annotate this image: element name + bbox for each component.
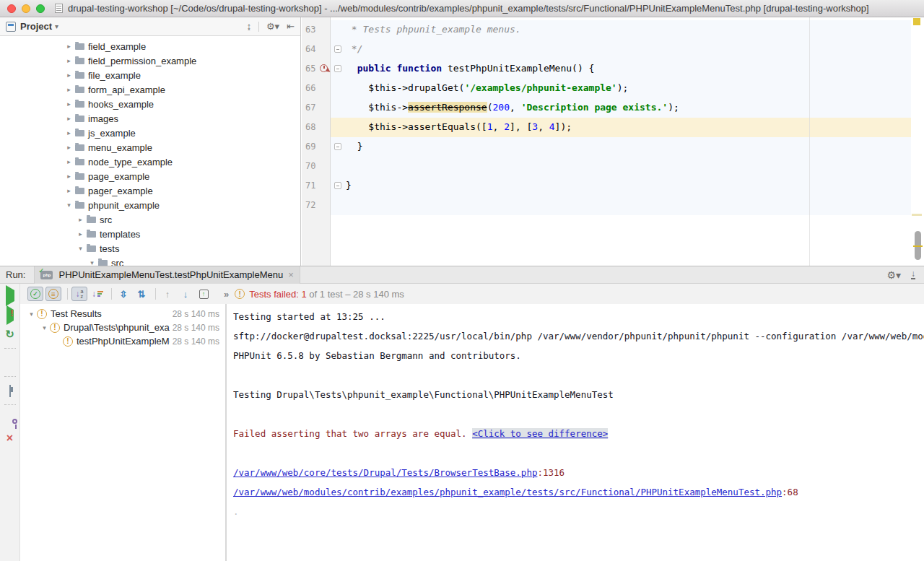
- project-tree-item-form_api_example[interactable]: ▸form_api_example: [0, 82, 300, 97]
- project-tree-item-tests[interactable]: ▾tests: [0, 241, 300, 256]
- pin-tab-button[interactable]: [3, 412, 17, 426]
- more-actions-icon[interactable]: »: [224, 289, 229, 300]
- code-line-71[interactable]: 71}: [302, 176, 911, 196]
- test-history-button[interactable]: ↑: [196, 287, 212, 301]
- locate-file-icon[interactable]: ↨: [246, 22, 251, 31]
- code-editor[interactable]: 63 * Tests phpunit_example menus.64 */65…: [302, 17, 924, 266]
- code-token: assertResponse: [408, 102, 487, 113]
- project-tree-item-js_example[interactable]: ▸js_example: [0, 126, 300, 140]
- error-stripe-warning-marker[interactable]: [913, 18, 920, 25]
- code-line-70[interactable]: 70: [302, 157, 911, 176]
- sort-by-duration-button[interactable]: ↓: [90, 287, 105, 301]
- console-hyperlink[interactable]: /var/www/web/modules/contrib/examples/ph…: [233, 487, 782, 497]
- editor-scrollbar-thumb[interactable]: [915, 231, 921, 260]
- project-tree-item-templates[interactable]: ▸templates: [0, 227, 300, 241]
- close-tab-icon[interactable]: ×: [288, 269, 294, 280]
- chevron-down-icon[interactable]: ▾: [65, 201, 73, 209]
- sort-duration-icon: ↓: [92, 289, 103, 299]
- chevron-right-icon[interactable]: ▸: [65, 173, 73, 180]
- project-tree-item-field_permission_example[interactable]: ▸field_permission_example: [0, 53, 300, 68]
- zoom-window-button[interactable]: [36, 4, 45, 13]
- project-tree-item-field_example[interactable]: ▸field_example: [0, 39, 300, 53]
- project-tree-item-page_example[interactable]: ▸page_example: [0, 169, 300, 183]
- minimize-window-button[interactable]: [22, 4, 30, 13]
- fold-marker-icon[interactable]: [334, 182, 341, 189]
- expand-all-button[interactable]: ⇳: [116, 287, 131, 301]
- next-failed-test-button[interactable]: ↓: [178, 287, 193, 301]
- rerun-failed-test-icon[interactable]: [320, 64, 328, 72]
- chevron-down-icon[interactable]: ▾: [88, 259, 96, 266]
- code-line-66[interactable]: 66 $this->drupalGet('/examples/phpunit-e…: [302, 79, 911, 98]
- chevron-down-icon[interactable]: ▾: [40, 324, 48, 331]
- rerun-button[interactable]: [3, 288, 17, 303]
- rerun-failed-tests-button[interactable]: !: [3, 308, 17, 322]
- chevron-right-icon[interactable]: ▸: [65, 86, 73, 93]
- restore-layout-button[interactable]: [3, 383, 17, 398]
- code-token: ,: [493, 121, 505, 132]
- chevron-right-icon[interactable]: ▸: [65, 100, 73, 108]
- test-tree-row[interactable]: !testPhpUnitExampleMe28 s 140 ms: [20, 334, 225, 348]
- sort-alphabetically-button[interactable]: ↓az: [71, 287, 87, 301]
- code-line-69[interactable]: 69 }: [302, 137, 911, 157]
- tests-failed-count: Tests failed: 1: [249, 289, 307, 300]
- warning-stripe-tick[interactable]: [912, 214, 922, 216]
- chevron-right-icon[interactable]: ▸: [77, 216, 84, 223]
- project-tree-item-node_type_example[interactable]: ▸node_type_example: [0, 155, 300, 169]
- project-tree-item-menu_example[interactable]: ▸menu_example: [0, 140, 300, 155]
- test-console-output[interactable]: Testing started at 13:25 ...sftp://docke…: [227, 304, 924, 561]
- code-line-72[interactable]: 72: [302, 196, 911, 215]
- project-tree-item-file_example[interactable]: ▸file_example: [0, 68, 300, 82]
- console-hyperlink[interactable]: /var/www/web/core/tests/Drupal/Tests/Bro…: [233, 467, 537, 478]
- toggle-auto-test-button[interactable]: ↻: [3, 327, 17, 342]
- chevron-right-icon[interactable]: ▸: [65, 187, 73, 194]
- chevron-right-icon[interactable]: ▸: [65, 57, 73, 64]
- chevron-right-icon[interactable]: ▸: [65, 71, 73, 79]
- chevron-right-icon[interactable]: ▸: [65, 144, 73, 151]
- show-passed-button[interactable]: ✓: [27, 287, 43, 301]
- console-line: PHPUnit 6.5.8 by Sebastian Bergmann and …: [233, 346, 924, 365]
- chevron-down-icon[interactable]: ▾: [55, 22, 58, 30]
- chevron-down-icon[interactable]: ▾: [77, 245, 84, 252]
- chevron-right-icon[interactable]: ▸: [65, 115, 73, 122]
- previous-failed-test-button[interactable]: ↑: [160, 287, 175, 301]
- fold-marker-icon[interactable]: [334, 65, 341, 72]
- hide-run-panel-icon[interactable]: ↓: [911, 270, 915, 279]
- tree-item-label: src: [100, 214, 112, 225]
- hide-panel-icon[interactable]: ⇤: [287, 22, 295, 31]
- code-line-67[interactable]: 67 $this->assertResponse(200, 'Descripti…: [302, 98, 911, 118]
- chevron-down-icon[interactable]: ▾: [27, 310, 35, 318]
- code-line-68[interactable]: 68 $this->assertEquals([1, 2], [3, 4]);: [302, 118, 911, 137]
- project-tree-item-hooks_example[interactable]: ▸hooks_example: [0, 97, 300, 111]
- code-line-64[interactable]: 64 */: [302, 40, 911, 59]
- close-window-button[interactable]: [7, 4, 16, 13]
- project-tree-item-phpunit_example[interactable]: ▾phpunit_example: [0, 198, 300, 212]
- fold-marker-icon[interactable]: [334, 143, 341, 150]
- code-token: ,: [538, 121, 549, 132]
- project-tree-item-src[interactable]: ▾src: [0, 256, 300, 266]
- run-configuration-tab[interactable]: php✓ PHPUnitExampleMenuTest.testPhpUnitE…: [34, 266, 300, 284]
- code-line-63[interactable]: 63 * Tests phpunit_example menus.: [302, 20, 911, 40]
- project-panel-title[interactable]: Project: [20, 21, 52, 32]
- test-warning-icon: !: [50, 323, 60, 333]
- code-text: public function testPhpUnitExampleMenu()…: [346, 59, 911, 79]
- test-tree-row[interactable]: ▾!Drupal\Tests\phpunit_exa28 s 140 ms: [20, 321, 225, 334]
- fold-marker-icon[interactable]: [334, 45, 341, 53]
- settings-icon[interactable]: ⚙▾: [266, 22, 279, 31]
- tests-summary-text: of 1 test – 28 s 140 ms: [307, 289, 404, 300]
- chevron-right-icon[interactable]: ▸: [65, 43, 73, 50]
- console-hyperlink[interactable]: <Click to see difference>: [472, 428, 608, 439]
- console-line: Failed asserting that two arrays are equ…: [233, 424, 924, 443]
- close-button[interactable]: ×: [3, 431, 17, 445]
- project-tree-item-src[interactable]: ▸src: [0, 212, 300, 227]
- chevron-right-icon[interactable]: ▸: [77, 230, 84, 238]
- arrow-up-gray-icon: ↑: [165, 289, 170, 300]
- collapse-all-button[interactable]: ⇅: [134, 287, 149, 301]
- chevron-right-icon[interactable]: ▸: [65, 158, 73, 165]
- show-ignored-button[interactable]: ≡: [45, 287, 61, 301]
- project-tree-item-pager_example[interactable]: ▸pager_example: [0, 183, 300, 198]
- code-line-65[interactable]: 65 public function testPhpUnitExampleMen…: [302, 59, 911, 79]
- run-settings-icon[interactable]: ⚙▾: [886, 270, 901, 280]
- project-tree-item-images[interactable]: ▸images: [0, 111, 300, 126]
- test-tree-row[interactable]: ▾!Test Results28 s 140 ms: [20, 307, 225, 321]
- chevron-right-icon[interactable]: ▸: [65, 129, 73, 136]
